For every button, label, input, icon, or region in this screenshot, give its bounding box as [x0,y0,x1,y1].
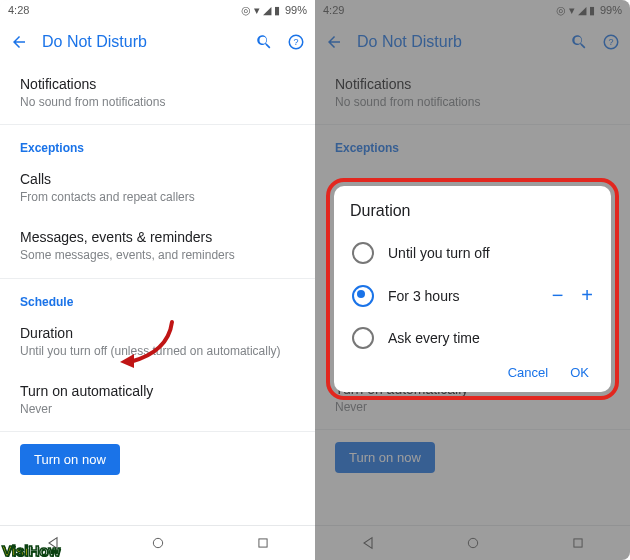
nav-recent-icon[interactable] [571,536,585,550]
row-title: Duration [20,325,295,341]
page-title: Do Not Disturb [357,33,556,51]
vibrate-icon: ◎ [556,4,566,17]
annotation-highlight: Duration Until you turn off For 3 hours … [326,178,619,400]
svg-text:?: ? [608,37,613,47]
battery-icon: ▮ [274,4,280,17]
row-sub: No sound from notifications [335,94,610,110]
radio-icon [352,242,374,264]
wifi-icon: ▾ [254,4,260,17]
row-notifications[interactable]: Notifications No sound from notification… [315,64,630,122]
ok-button[interactable]: OK [570,365,589,380]
help-icon[interactable]: ? [602,33,620,51]
row-auto[interactable]: Turn on automatically Never [0,371,315,429]
radio-label: Ask every time [388,330,593,346]
watermark-part-b: How [28,542,60,559]
visihow-watermark: VisiHow [2,543,60,558]
row-sub: Some messages, events, and reminders [20,247,295,263]
svg-rect-3 [259,539,267,547]
dialog-actions: Cancel OK [350,359,595,382]
row-sub: From contacts and repeat callers [20,189,295,205]
svg-point-6 [469,538,478,547]
battery-icon: ▮ [589,4,595,17]
svg-text:?: ? [293,37,298,47]
status-time: 4:28 [8,4,29,16]
radio-option-ask[interactable]: Ask every time [350,317,595,359]
row-notifications[interactable]: Notifications No sound from notification… [0,64,315,122]
section-exceptions: Exceptions [315,127,630,159]
nav-back-icon[interactable] [360,535,376,551]
radio-option-until-off[interactable]: Until you turn off [350,232,595,274]
help-icon[interactable]: ? [287,33,305,51]
row-calls[interactable]: Calls From contacts and repeat callers [0,159,315,217]
status-bar: 4:29 ◎ ▾ ◢ ▮ 99% [315,0,630,20]
vibrate-icon: ◎ [241,4,251,17]
back-icon[interactable] [10,33,28,51]
turn-on-button[interactable]: Turn on now [20,444,120,475]
app-bar: Do Not Disturb ? [0,20,315,64]
dialog-title: Duration [350,202,595,220]
row-title: Turn on automatically [20,383,295,399]
duration-stepper: − + [552,284,593,307]
section-exceptions: Exceptions [0,127,315,159]
battery-percent: 99% [600,4,622,16]
status-icons: ◎ ▾ ◢ ▮ 99% [241,4,307,17]
row-messages[interactable]: Messages, events & reminders Some messag… [0,217,315,275]
radio-icon [352,327,374,349]
nav-recent-icon[interactable] [256,536,270,550]
settings-content: Notifications No sound from notification… [0,64,315,525]
nav-bar [315,525,630,560]
row-duration[interactable]: Duration Until you turn off (unless turn… [0,313,315,371]
duration-dialog: Duration Until you turn off For 3 hours … [334,186,611,392]
signal-icon: ◢ [263,4,271,17]
plus-button[interactable]: + [581,284,593,307]
screen-right: 4:29 ◎ ▾ ◢ ▮ 99% Do Not Disturb ? Notifi… [315,0,630,560]
turn-on-button[interactable]: Turn on now [335,442,435,473]
radio-option-for-hours[interactable]: For 3 hours − + [350,274,595,317]
row-title: Notifications [335,76,610,92]
row-sub: No sound from notifications [20,94,295,110]
radio-label: Until you turn off [388,245,593,261]
minus-button[interactable]: − [552,284,564,307]
status-time: 4:29 [323,4,344,16]
section-schedule: Schedule [0,281,315,313]
watermark-part-a: Visi [2,542,28,559]
signal-icon: ◢ [578,4,586,17]
app-bar: Do Not Disturb ? [315,20,630,64]
row-sub: Until you turn off (unless turned on aut… [20,343,295,359]
search-icon[interactable] [570,33,588,51]
svg-point-2 [154,538,163,547]
status-bar: 4:28 ◎ ▾ ◢ ▮ 99% [0,0,315,20]
back-icon[interactable] [325,33,343,51]
wifi-icon: ▾ [569,4,575,17]
svg-rect-7 [574,539,582,547]
row-title: Notifications [20,76,295,92]
row-sub: Never [20,401,295,417]
battery-percent: 99% [285,4,307,16]
radio-icon [352,285,374,307]
cancel-button[interactable]: Cancel [508,365,548,380]
nav-home-icon[interactable] [151,536,165,550]
radio-label: For 3 hours [388,288,538,304]
row-sub: Never [335,399,610,415]
nav-home-icon[interactable] [466,536,480,550]
status-icons: ◎ ▾ ◢ ▮ 99% [556,4,622,17]
page-title: Do Not Disturb [42,33,241,51]
search-icon[interactable] [255,33,273,51]
screen-left: 4:28 ◎ ▾ ◢ ▮ 99% Do Not Disturb ? Notifi… [0,0,315,560]
row-title: Calls [20,171,295,187]
row-title: Messages, events & reminders [20,229,295,245]
